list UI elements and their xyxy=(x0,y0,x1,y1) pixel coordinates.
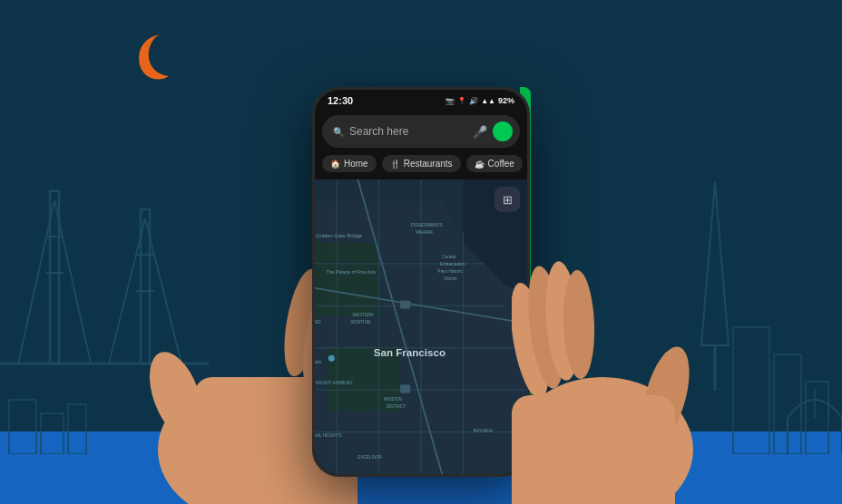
sound-status-icon: 🔊 xyxy=(469,97,478,105)
search-placeholder: Search here xyxy=(349,125,467,138)
svg-rect-45 xyxy=(400,384,411,393)
search-home-icon: 🔍 xyxy=(333,127,344,137)
coffee-chip-icon: ☕ xyxy=(475,160,485,169)
layers-icon: ⊞ xyxy=(503,193,513,207)
svg-text:EXCELSIOR: EXCELSIOR xyxy=(357,455,382,460)
map-svg: Golden Gate Bridge FISHERMAN'S WHARF The… xyxy=(315,179,527,474)
svg-text:MISSION: MISSION xyxy=(384,397,402,402)
microphone-icon[interactable]: 🎤 xyxy=(473,125,487,139)
phone: 12:30 📷 📍 🔊 ▲▲ 92% 🔍 Search here 🎤 xyxy=(312,87,530,477)
svg-text:WESTERN: WESTERN xyxy=(353,313,374,317)
battery-indicator: 92% xyxy=(498,96,514,105)
restaurants-chip-icon: 🍴 xyxy=(390,160,400,169)
chip-home-label: Home xyxy=(344,159,368,169)
status-time: 12:30 xyxy=(328,95,353,106)
search-bar[interactable]: 🔍 Search here 🎤 xyxy=(322,115,520,148)
svg-text:San Francisco: San Francisco xyxy=(374,346,445,358)
right-hand xyxy=(512,178,748,504)
status-bar: 12:30 📷 📍 🔊 ▲▲ 92% xyxy=(315,90,527,110)
svg-text:Twin Peaks: Twin Peaks xyxy=(315,360,322,364)
svg-text:FISHERMAN'S: FISHERMAN'S xyxy=(410,222,443,228)
chip-home[interactable]: 🏠 Home xyxy=(322,155,377,172)
svg-text:Golden Gate Bridge: Golden Gate Bridge xyxy=(316,233,362,238)
svg-text:RICHMOND: RICHMOND xyxy=(315,320,321,325)
svg-text:HAIGHT-ASHBURY: HAIGHT-ASHBURY xyxy=(316,381,353,385)
map-area[interactable]: Golden Gate Bridge FISHERMAN'S WHARF The… xyxy=(315,179,527,474)
wifi-icon: ▲▲ xyxy=(481,97,495,105)
location-status-icon: 📍 xyxy=(457,97,466,105)
chips-row: 🏠 Home 🍴 Restaurants ☕ Coffee 🍸 B xyxy=(315,155,527,179)
chip-coffee[interactable]: ☕ Coffee xyxy=(466,155,523,172)
svg-text:WHARF: WHARF xyxy=(416,229,433,235)
svg-point-66 xyxy=(328,355,335,362)
svg-text:Central: Central xyxy=(442,255,455,259)
svg-text:BAYVIEW: BAYVIEW xyxy=(474,429,493,433)
status-icons: 📷 📍 🔊 ▲▲ 92% xyxy=(445,96,514,105)
svg-text:DISTRICT: DISTRICT xyxy=(387,404,406,409)
search-area: 🔍 Search here 🎤 xyxy=(315,110,527,155)
svg-text:District: District xyxy=(445,276,458,281)
svg-text:BERNAL HEIGHTS: BERNAL HEIGHTS xyxy=(315,433,342,438)
hands-container: 12:30 📷 📍 🔊 ▲▲ 92% 🔍 Search here 🎤 xyxy=(149,51,693,504)
svg-rect-73 xyxy=(512,395,675,504)
svg-text:The Palace of Fine Arts: The Palace of Fine Arts xyxy=(327,269,377,275)
svg-text:Piers Historic: Piers Historic xyxy=(438,269,464,274)
svg-text:ADDITION: ADDITION xyxy=(350,320,370,325)
svg-rect-44 xyxy=(400,300,411,308)
user-avatar[interactable] xyxy=(493,121,513,141)
phone-screen: 12:30 📷 📍 🔊 ▲▲ 92% 🔍 Search here 🎤 xyxy=(315,90,527,474)
chip-restaurants[interactable]: 🍴 Restaurants xyxy=(382,155,461,172)
home-chip-icon: 🏠 xyxy=(330,160,340,169)
chip-coffee-label: Coffee xyxy=(488,159,514,169)
chip-restaurants-label: Restaurants xyxy=(404,159,453,169)
scene-container: 12:30 📷 📍 🔊 ▲▲ 92% 🔍 Search here 🎤 xyxy=(0,0,842,504)
camera-status-icon: 📷 xyxy=(445,97,455,105)
svg-text:Embarcadero: Embarcadero xyxy=(440,262,465,267)
